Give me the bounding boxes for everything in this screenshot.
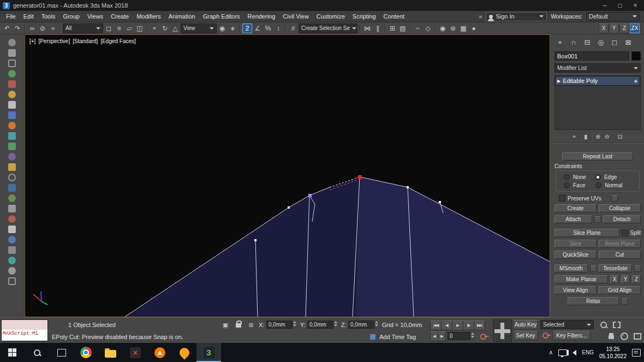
taskbar-clock[interactable]: 13:25 05.10.2022 [599, 346, 627, 360]
zoom-icon[interactable] [598, 320, 609, 329]
modify-tab-icon[interactable]: ∩ [569, 38, 578, 46]
left-toolbar-icon[interactable] [8, 257, 16, 264]
create-tab-icon[interactable]: + [556, 38, 564, 46]
axis-constraint-y-button[interactable]: Y [609, 23, 619, 33]
current-frame-spinner[interactable] [471, 333, 474, 338]
perspective-viewport[interactable]: [+] [Perspective] [Standard] [Edged Face… [25, 34, 550, 317]
show-end-result-icon[interactable]: ▮ [584, 133, 587, 140]
named-selection-sets-icon[interactable]: # [288, 23, 298, 33]
layer-manager-icon[interactable]: ▤ [398, 23, 408, 33]
z-coord-field[interactable]: 0,0mm [348, 321, 374, 329]
taskbar-search-icon[interactable] [25, 343, 49, 362]
x-coord-field[interactable]: 0,0mm [266, 321, 293, 329]
snap-toggle-icon[interactable]: 2 [242, 23, 252, 33]
display-tab-icon[interactable]: ◻ [610, 38, 619, 46]
language-indicator[interactable]: ENG [582, 349, 594, 355]
select-scale-icon[interactable]: △ [170, 23, 180, 33]
planar-z-button[interactable]: Z [632, 275, 641, 283]
select-link-icon[interactable]: ∞ [27, 23, 37, 33]
absolute-mode-icon[interactable]: ⊞ [246, 321, 256, 329]
planar-x-button[interactable]: X [610, 275, 619, 283]
left-toolbar-icon[interactable] [8, 132, 16, 140]
left-toolbar-icon[interactable] [8, 91, 16, 98]
configure-modifier-sets-icon[interactable]: ⊡ [618, 133, 623, 140]
menu-tools[interactable]: Tools [38, 11, 59, 22]
toolbar-overflow-icon[interactable]: » [479, 13, 482, 20]
x-coord-spinner[interactable] [293, 321, 296, 327]
left-toolbar-icon[interactable] [8, 101, 16, 109]
left-toolbar-icon[interactable] [8, 49, 16, 57]
select-by-name-icon[interactable]: ≡ [114, 23, 124, 33]
selection-set-dropdown[interactable]: Create Selection Se [299, 23, 357, 33]
left-toolbar-icon[interactable] [8, 143, 16, 150]
select-rotate-icon[interactable]: ↻ [160, 23, 170, 33]
pan-hand-icon[interactable] [606, 331, 617, 341]
object-name-field[interactable]: Box001 [554, 51, 629, 61]
render-production-icon[interactable]: ● [469, 23, 479, 33]
pin-stack-icon[interactable]: ⌖ [573, 133, 576, 140]
align-icon[interactable]: ∥ [373, 23, 383, 33]
volume-icon[interactable] [573, 350, 576, 355]
menu-civil-view[interactable]: Civil View [279, 11, 312, 22]
menu-views[interactable]: Views [84, 11, 107, 22]
planar-y-button[interactable]: Y [621, 275, 630, 283]
window-crossing-icon[interactable]: ◫ [135, 23, 145, 33]
y-coord-spinner[interactable] [334, 321, 337, 327]
angle-snap-icon[interactable]: ∠ [253, 23, 263, 33]
tessellate-settings-button[interactable] [634, 265, 641, 272]
viewport-menu-pov[interactable]: [Perspective] [38, 38, 70, 44]
motion-tab-icon[interactable]: ◎ [597, 38, 605, 46]
sign-in-dropdown[interactable]: Sign In [486, 12, 547, 21]
left-toolbar-icon[interactable] [8, 225, 16, 233]
left-toolbar-icon[interactable] [8, 60, 16, 67]
key-forward-button[interactable]: ▶ [438, 331, 446, 341]
y-coord-field[interactable]: 0,0mm [307, 321, 333, 329]
modifier-list-dropdown[interactable]: Modifier List [554, 63, 641, 73]
remove-modifier-icon[interactable]: ⊖ [605, 133, 610, 140]
relax-settings-button[interactable] [621, 298, 628, 305]
menu-rendering[interactable]: Rendering [244, 11, 279, 22]
add-time-tag[interactable]: Add Time Tag [379, 334, 416, 340]
close-button[interactable]: × [628, 0, 643, 11]
start-button[interactable] [0, 343, 25, 362]
mirror-icon[interactable]: ⋈ [362, 23, 372, 33]
minimize-button[interactable]: – [597, 0, 612, 11]
left-toolbar-icon[interactable] [8, 70, 16, 78]
select-move-icon[interactable]: + [150, 23, 159, 33]
grid-align-button[interactable]: Grid Align [599, 286, 641, 294]
menu-graph-editors[interactable]: Graph Editors [199, 11, 244, 22]
menu-modifiers[interactable]: Modifiers [133, 11, 165, 22]
hierarchy-tab-icon[interactable]: ⊟ [583, 38, 592, 46]
selection-filter-dropdown[interactable]: All [63, 23, 103, 33]
preserve-uvs-checkbox[interactable] [559, 195, 565, 201]
left-toolbar-icon[interactable] [8, 184, 16, 192]
constraint-normal-radio[interactable] [595, 182, 601, 188]
auto-key-button[interactable]: Auto Key [513, 320, 538, 329]
action-center-icon[interactable] [632, 349, 641, 357]
left-toolbar-icon[interactable] [8, 111, 16, 119]
z-coord-spinner[interactable] [375, 321, 378, 327]
zoom-extents-icon[interactable] [611, 320, 622, 329]
left-toolbar-icon[interactable] [8, 122, 16, 129]
maximize-button[interactable]: □ [612, 0, 628, 11]
stack-item-editable-poly[interactable]: ▶ Editable Poly ∗ [555, 76, 640, 86]
preserve-uvs-settings-button[interactable] [611, 195, 618, 201]
hidden-icons-chevron[interactable]: ∧ [548, 349, 553, 356]
network-icon[interactable] [558, 349, 567, 356]
go-to-start-button[interactable]: |◀◀ [430, 321, 442, 330]
time-tag-icon[interactable] [369, 333, 377, 341]
render-setup-icon[interactable]: ⊛ [448, 23, 458, 33]
set-key-icon[interactable] [540, 331, 550, 340]
file-explorer-icon[interactable] [98, 343, 123, 362]
isolate-toggle-icon[interactable]: ▣ [220, 321, 230, 329]
cut-button[interactable]: Cut [599, 251, 641, 259]
slice-plane-button[interactable]: Slice Plane [554, 229, 619, 237]
key-filters-button[interactable]: Key Filters... [552, 331, 591, 340]
chrome-icon[interactable] [74, 343, 98, 362]
use-pivot-icon[interactable]: ◉ [217, 23, 227, 33]
viewport-canvas[interactable] [25, 35, 550, 317]
selection-lock-icon[interactable] [234, 319, 243, 328]
reference-coordinate-dropdown[interactable]: View [181, 23, 217, 33]
menu-edit[interactable]: Edit [20, 11, 38, 22]
antivirus-icon[interactable] [147, 343, 172, 362]
